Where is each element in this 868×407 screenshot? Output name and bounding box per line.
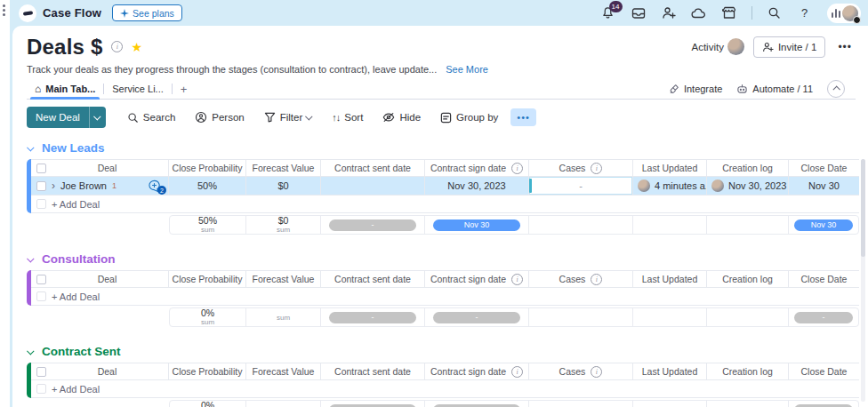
forecast-value-cell[interactable]: $0 bbox=[246, 177, 321, 195]
select-all-checkbox[interactable] bbox=[36, 275, 46, 284]
summary-close-probability[interactable]: 50%sum bbox=[170, 216, 246, 234]
integrate-button[interactable]: Integrate bbox=[669, 84, 722, 94]
column-header-creation-log[interactable]: Creation log bbox=[707, 271, 789, 287]
summary-contract-sign-pill[interactable]: - bbox=[425, 308, 529, 326]
add-deal-label[interactable]: + Add Deal bbox=[52, 384, 100, 395]
summary-close-probability[interactable]: 0%sum bbox=[170, 308, 246, 326]
search-button[interactable]: Search bbox=[120, 108, 182, 127]
add-deal-row[interactable]: + Add Deal bbox=[31, 196, 859, 213]
select-all-checkbox[interactable] bbox=[36, 164, 46, 173]
column-header-close-probability[interactable]: Close Probability bbox=[169, 363, 246, 379]
table-row-joe-brown[interactable]: › Joe Brown 1 2 50% $0 Nov 30, 2023 - 4 … bbox=[31, 177, 859, 196]
column-header-cases[interactable]: Casesi bbox=[529, 271, 633, 287]
column-header-creation-log[interactable]: Creation log bbox=[707, 160, 789, 176]
summary-close-probability[interactable]: 0%sum bbox=[170, 401, 246, 407]
summary-forecast-value[interactable]: $0sum bbox=[246, 216, 321, 234]
tab-service-list[interactable]: Service Li... bbox=[104, 79, 171, 99]
column-header-creation-log[interactable]: Creation log bbox=[707, 363, 789, 379]
group-title-contract-sent[interactable]: Contract Sent bbox=[28, 344, 868, 359]
see-more-link[interactable]: See More bbox=[446, 64, 488, 75]
marketplace-icon[interactable] bbox=[721, 5, 737, 21]
column-header-close-probability[interactable]: Close Probability bbox=[169, 160, 246, 176]
app-logo[interactable] bbox=[19, 4, 36, 22]
see-plans-button[interactable]: See plans bbox=[112, 4, 182, 21]
summary-contract-sent-pill[interactable]: - bbox=[321, 308, 425, 326]
column-header-contract-sent-date[interactable]: Contract sent date bbox=[321, 160, 425, 176]
deal-cell[interactable]: › Joe Brown 1 2 bbox=[31, 177, 169, 195]
automate-button[interactable]: Automate / 11 bbox=[736, 84, 813, 94]
summary-close-date-pill[interactable]: Nov 30 bbox=[789, 216, 858, 234]
column-header-contract-sign-date[interactable]: Contract sign datei bbox=[425, 271, 529, 287]
add-deal-label[interactable]: + Add Deal bbox=[52, 291, 100, 302]
collapse-header-button[interactable] bbox=[827, 80, 845, 98]
new-deal-button[interactable]: New Deal bbox=[27, 107, 106, 128]
summary-contract-sent-pill[interactable]: - bbox=[321, 401, 425, 407]
column-header-contract-sent-date[interactable]: Contract sent date bbox=[321, 363, 425, 379]
inbox-icon[interactable] bbox=[631, 5, 647, 21]
summary-contract-sent-pill[interactable]: - bbox=[321, 216, 425, 234]
column-header-forecast-value[interactable]: Forecast Value bbox=[246, 160, 321, 176]
cases-cell-selected[interactable]: - bbox=[529, 177, 633, 195]
column-header-last-updated[interactable]: Last Updated bbox=[633, 160, 707, 176]
help-icon[interactable]: ? bbox=[797, 5, 813, 21]
filter-button[interactable]: Filter bbox=[257, 108, 320, 126]
summary-close-date-pill[interactable]: - bbox=[789, 308, 858, 326]
column-header-forecast-value[interactable]: Forecast Value bbox=[246, 271, 321, 287]
person-filter-button[interactable]: Person bbox=[188, 108, 251, 127]
new-deal-label[interactable]: New Deal bbox=[27, 107, 89, 128]
column-header-cases[interactable]: Casesi bbox=[529, 363, 633, 379]
info-icon[interactable]: i bbox=[591, 163, 602, 174]
column-header-close-date[interactable]: Close Date bbox=[789, 160, 859, 176]
info-icon[interactable]: i bbox=[591, 274, 602, 285]
sidebar-menu-icon[interactable] bbox=[3, 4, 6, 18]
summary-contract-sign-pill[interactable]: Nov 30 bbox=[425, 216, 529, 234]
column-header-forecast-value[interactable]: Forecast Value bbox=[246, 363, 321, 379]
column-header-contract-sent-date[interactable]: Contract sent date bbox=[321, 271, 425, 287]
column-header-cases[interactable]: Casesi bbox=[529, 160, 633, 176]
contract-sent-date-cell[interactable] bbox=[321, 177, 425, 195]
column-header-close-date[interactable]: Close Date bbox=[789, 271, 859, 287]
close-date-cell[interactable]: Nov 30 bbox=[789, 177, 859, 195]
summary-forecast-value[interactable]: sum bbox=[246, 401, 321, 407]
info-icon[interactable]: i bbox=[591, 366, 602, 378]
toolbar-more-button[interactable]: ••• bbox=[510, 108, 536, 126]
profile-area[interactable] bbox=[827, 4, 862, 23]
last-updated-cell[interactable]: 4 minutes a... bbox=[633, 177, 707, 195]
summary-forecast-value[interactable]: sum bbox=[246, 308, 321, 326]
invite-members-icon[interactable] bbox=[661, 5, 677, 21]
add-deal-label[interactable]: + Add Deal bbox=[52, 199, 100, 210]
add-view-button[interactable]: + bbox=[173, 83, 196, 96]
column-header-deal[interactable]: Deal bbox=[52, 274, 163, 284]
column-header-last-updated[interactable]: Last Updated bbox=[633, 363, 707, 379]
board-info-icon[interactable]: i bbox=[111, 41, 123, 52]
add-deal-row[interactable]: + Add Deal bbox=[31, 380, 859, 398]
invite-button[interactable]: Invite / 1 bbox=[753, 36, 825, 58]
apps-cloud-icon[interactable] bbox=[691, 5, 707, 21]
close-probability-cell[interactable]: 50% bbox=[169, 177, 246, 195]
hide-button[interactable]: Hide bbox=[375, 108, 428, 126]
vertical-scrollbar[interactable] bbox=[861, 159, 865, 402]
summary-close-date-pill[interactable]: - bbox=[789, 401, 858, 407]
user-avatar[interactable] bbox=[842, 5, 858, 21]
column-header-deal[interactable]: Deal bbox=[52, 163, 163, 173]
group-by-button[interactable]: Group by bbox=[433, 108, 505, 127]
group-title-consultation[interactable]: Consultation bbox=[28, 251, 868, 267]
add-deal-row[interactable]: + Add Deal bbox=[31, 288, 859, 306]
scrollbar-thumb[interactable] bbox=[861, 159, 865, 257]
search-icon[interactable] bbox=[767, 5, 783, 21]
group-title-new-leads[interactable]: New Leads bbox=[28, 140, 868, 156]
sort-button[interactable]: ↑↓ Sort bbox=[325, 108, 370, 126]
column-header-contract-sign-date[interactable]: Contract sign datei bbox=[425, 160, 529, 176]
expand-row-icon[interactable]: › bbox=[52, 180, 55, 191]
creation-log-cell[interactable]: Nov 30, 2023 bbox=[707, 177, 789, 195]
chat-bubble-icon[interactable]: 2 bbox=[148, 180, 163, 192]
board-menu-button[interactable]: ••• bbox=[834, 39, 856, 55]
new-deal-dropdown[interactable] bbox=[89, 107, 106, 128]
select-all-checkbox[interactable] bbox=[36, 367, 46, 377]
row-checkbox[interactable] bbox=[36, 181, 46, 191]
column-header-last-updated[interactable]: Last Updated bbox=[633, 271, 707, 287]
tab-main-table[interactable]: ⌂ Main Tab... bbox=[27, 79, 103, 99]
column-header-close-probability[interactable]: Close Probability bbox=[169, 271, 246, 287]
info-icon[interactable]: i bbox=[511, 274, 523, 285]
board-title[interactable]: Deals $ bbox=[27, 35, 102, 60]
